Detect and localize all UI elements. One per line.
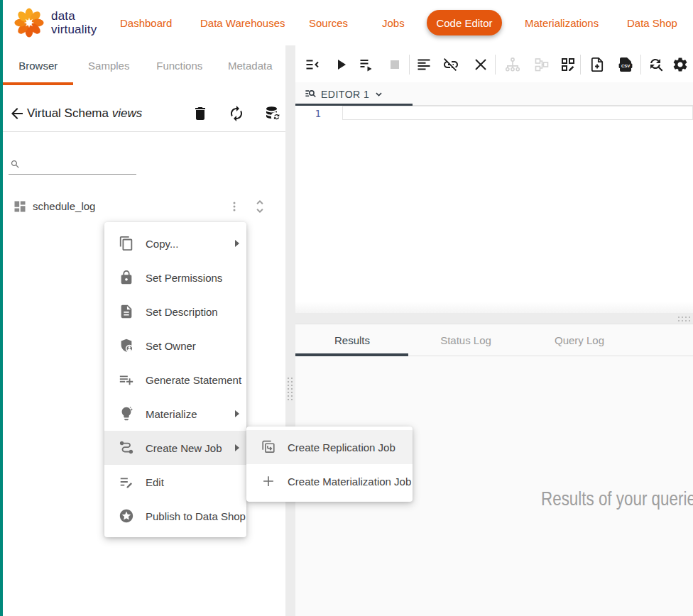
tab-status-log[interactable]: Status Log xyxy=(409,324,523,356)
submenu-caret xyxy=(235,240,239,247)
nav-data-warehouses[interactable]: Data Warehouses xyxy=(200,0,285,45)
line-number: 1 xyxy=(295,108,321,119)
menu-generate-statement[interactable]: Generate Statement xyxy=(104,363,246,397)
refresh-icon[interactable] xyxy=(228,105,245,122)
splitter-grip xyxy=(288,378,293,400)
toolbar-separator xyxy=(495,55,496,75)
schema-title: Virtual Schema views xyxy=(27,106,142,121)
find-replace-icon[interactable] xyxy=(648,56,665,73)
submenu-caret xyxy=(235,444,239,451)
menu-create-new-job[interactable]: Create New Job xyxy=(104,431,246,465)
menu-materialize[interactable]: Materialize xyxy=(104,397,246,431)
tree-item-schedule-log[interactable]: schedule_log xyxy=(3,194,285,219)
panel-divider xyxy=(3,131,285,132)
menu-copy[interactable]: Copy... xyxy=(104,226,246,260)
editor-toolbar: CSV xyxy=(295,45,693,82)
menu-publish-data-shop[interactable]: Publish to Data Shop xyxy=(104,499,246,533)
tree-item-label: schedule_log xyxy=(33,200,95,212)
lock-icon xyxy=(119,270,134,285)
nav-materializations[interactable]: Materializations xyxy=(525,0,599,45)
chevron-down-icon[interactable] xyxy=(373,88,385,100)
brand-name: data virtuality xyxy=(51,9,97,36)
tree-view-icon xyxy=(504,56,521,73)
view-grid-icon xyxy=(13,199,27,214)
star-circle-icon xyxy=(119,508,134,524)
new-file-icon[interactable] xyxy=(589,56,606,73)
lightbulb-icon xyxy=(119,406,134,422)
menu-set-owner[interactable]: Set Owner xyxy=(104,329,246,363)
left-panel-tabs: Browser Samples Functions Metadata xyxy=(3,45,285,85)
export-csv-icon[interactable]: CSV xyxy=(617,56,634,73)
results-tabbar: Results Status Log Query Log xyxy=(295,324,693,356)
toolbar-separator xyxy=(580,55,581,75)
unfold-icon[interactable] xyxy=(251,198,268,215)
tab-functions[interactable]: Functions xyxy=(144,45,215,85)
logo-flower-icon xyxy=(13,6,45,39)
sql-editor[interactable]: 1 xyxy=(295,106,693,313)
top-nav: data virtuality Dashboard Data Warehouse… xyxy=(3,0,693,45)
nav-dashboard[interactable]: Dashboard xyxy=(120,0,172,45)
vertical-splitter[interactable] xyxy=(285,45,295,616)
schema-header: Virtual Schema views xyxy=(3,96,285,131)
run-script-icon[interactable] xyxy=(358,56,375,73)
editor-tab-label: EDITOR 1 xyxy=(321,89,369,100)
run-icon[interactable] xyxy=(332,56,349,73)
nav-jobs[interactable]: Jobs xyxy=(382,0,405,45)
unlink-icon[interactable] xyxy=(442,56,459,73)
menu-edit[interactable]: Edit xyxy=(104,465,246,499)
edit-blocks-icon[interactable] xyxy=(560,56,577,73)
database-refresh-icon[interactable] xyxy=(264,105,281,122)
active-line-highlight xyxy=(342,106,693,120)
results-placeholder-text: Results of your queries xyxy=(541,488,693,510)
tab-results[interactable]: Results xyxy=(295,324,409,356)
playlist-edit-icon xyxy=(119,474,134,490)
schema-view-icon xyxy=(533,56,550,73)
window-edge-accent xyxy=(0,0,3,616)
plus-icon xyxy=(261,473,276,489)
owner-shield-icon xyxy=(119,338,134,353)
create-job-submenu: Create Replication Job Create Materializ… xyxy=(246,427,413,502)
toolbar-separator xyxy=(409,55,410,75)
schema-search[interactable] xyxy=(9,153,136,175)
submenu-caret xyxy=(235,410,239,417)
tab-query-log[interactable]: Query Log xyxy=(523,324,636,356)
context-menu: Copy... Set Permissions Set Description … xyxy=(104,222,246,537)
back-arrow-icon[interactable] xyxy=(9,105,26,122)
horizontal-splitter[interactable] xyxy=(295,313,693,324)
submenu-create-materialization-job[interactable]: Create Materialization Job xyxy=(246,464,413,498)
settings-gear-icon[interactable] xyxy=(672,56,689,73)
tab-browser[interactable]: Browser xyxy=(3,45,74,85)
editor-search-icon xyxy=(304,87,317,101)
stop-icon xyxy=(386,56,403,73)
flow-icon xyxy=(119,440,134,456)
tab-samples[interactable]: Samples xyxy=(74,45,145,85)
more-options-icon[interactable] xyxy=(227,198,241,215)
active-tab-underline xyxy=(3,82,73,85)
format-align-icon[interactable] xyxy=(415,56,432,73)
submenu-create-replication-job[interactable]: Create Replication Job xyxy=(246,430,413,464)
search-input[interactable] xyxy=(24,156,131,172)
document-icon xyxy=(119,304,134,319)
editor-tabbar: EDITOR 1 xyxy=(295,82,693,106)
svg-text:CSV: CSV xyxy=(621,64,630,68)
nav-code-editor[interactable]: Code Editor xyxy=(427,10,502,35)
copy-icon xyxy=(119,236,134,251)
collapse-list-icon[interactable] xyxy=(304,56,321,73)
delete-icon[interactable] xyxy=(192,105,209,122)
toolbar-separator xyxy=(640,55,641,75)
clear-icon[interactable] xyxy=(472,56,489,73)
replication-icon xyxy=(261,439,276,455)
editor-tab-1[interactable]: EDITOR 1 xyxy=(304,82,385,106)
splitter-grip xyxy=(678,317,690,321)
playlist-add-icon xyxy=(119,372,134,387)
nav-data-shop[interactable]: Data Shop xyxy=(627,0,677,45)
search-icon xyxy=(10,159,21,170)
nav-sources[interactable]: Sources xyxy=(309,0,348,45)
code-editor-panel: CSV EDITOR 1 1 Results Status Log Query … xyxy=(295,45,693,616)
menu-set-permissions[interactable]: Set Permissions xyxy=(104,260,246,295)
brand-logo[interactable]: data virtuality xyxy=(13,6,97,39)
menu-set-description[interactable]: Set Description xyxy=(104,295,246,329)
tab-metadata[interactable]: Metadata xyxy=(215,45,286,85)
